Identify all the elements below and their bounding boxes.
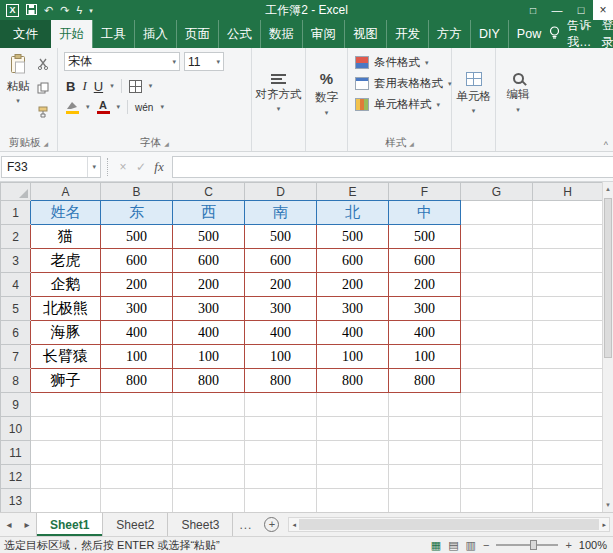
cell-F3[interactable]: 600 bbox=[389, 249, 461, 273]
cell-E2[interactable]: 500 bbox=[317, 225, 389, 249]
cell-B12[interactable] bbox=[101, 465, 173, 489]
style-button-0[interactable]: 条件格式▾ bbox=[350, 52, 449, 73]
cell-E4[interactable]: 200 bbox=[317, 273, 389, 297]
cell-E11[interactable] bbox=[317, 441, 389, 465]
cell-D7[interactable]: 100 bbox=[245, 345, 317, 369]
view-page-break-icon[interactable]: ▥ bbox=[466, 539, 476, 552]
cell-B4[interactable]: 200 bbox=[101, 273, 173, 297]
cell-C2[interactable]: 500 bbox=[173, 225, 245, 249]
undo-icon[interactable]: ↶ bbox=[44, 5, 53, 16]
lightning-icon[interactable]: ϟ bbox=[76, 5, 82, 16]
cell-D1[interactable]: 南 bbox=[245, 201, 317, 225]
cell-D4[interactable]: 200 bbox=[245, 273, 317, 297]
cell-G1[interactable] bbox=[461, 201, 533, 225]
scroll-down-icon[interactable]: ▼ bbox=[603, 498, 613, 512]
tab-页面[interactable]: 页面 bbox=[176, 20, 218, 48]
cell-B6[interactable]: 400 bbox=[101, 321, 173, 345]
tab-方方[interactable]: 方方 bbox=[428, 20, 470, 48]
column-header-A[interactable]: A bbox=[31, 183, 101, 201]
close-button[interactable]: × bbox=[593, 0, 613, 20]
font-dialog-launcher-icon[interactable]: ◢ bbox=[164, 140, 169, 147]
cell-C8[interactable]: 800 bbox=[173, 369, 245, 393]
cell-G3[interactable] bbox=[461, 249, 533, 273]
style-button-2[interactable]: 单元格样式▾ bbox=[350, 94, 449, 115]
cell-A3[interactable]: 老虎 bbox=[31, 249, 101, 273]
column-header-B[interactable]: B bbox=[101, 183, 173, 201]
cell-B1[interactable]: 东 bbox=[101, 201, 173, 225]
cell-B7[interactable]: 100 bbox=[101, 345, 173, 369]
zoom-slider[interactable] bbox=[496, 540, 558, 550]
fill-color-dropdown-icon[interactable]: ▾ bbox=[86, 103, 90, 111]
cell-E3[interactable]: 600 bbox=[317, 249, 389, 273]
cell-F1[interactable]: 中 bbox=[389, 201, 461, 225]
cell-H2[interactable] bbox=[533, 225, 603, 249]
cell-A4[interactable]: 企鹅 bbox=[31, 273, 101, 297]
borders-icon[interactable] bbox=[129, 80, 142, 93]
tab-视图[interactable]: 视图 bbox=[344, 20, 386, 48]
sheet-tab-Sheet3[interactable]: Sheet3 bbox=[168, 513, 233, 536]
row-header-10[interactable]: 10 bbox=[1, 417, 31, 441]
cell-F10[interactable] bbox=[389, 417, 461, 441]
paste-button[interactable]: 粘贴 ▾ bbox=[2, 52, 34, 135]
zoom-out-button[interactable]: − bbox=[483, 539, 489, 551]
cell-B2[interactable]: 500 bbox=[101, 225, 173, 249]
cell-A1[interactable]: 姓名 bbox=[31, 201, 101, 225]
tab-Pow[interactable]: Pow bbox=[508, 20, 549, 48]
cell-G9[interactable] bbox=[461, 393, 533, 417]
cell-G2[interactable] bbox=[461, 225, 533, 249]
name-box[interactable]: F33 ▾ bbox=[1, 156, 101, 178]
cell-H3[interactable] bbox=[533, 249, 603, 273]
select-all-corner[interactable] bbox=[1, 183, 31, 201]
tab-DIY[interactable]: DIY bbox=[470, 20, 508, 48]
italic-button[interactable]: I bbox=[82, 78, 86, 94]
view-page-layout-icon[interactable]: ▤ bbox=[448, 539, 458, 552]
cell-A11[interactable] bbox=[31, 441, 101, 465]
tell-me-box[interactable]: 告诉我… bbox=[567, 17, 595, 51]
paste-dropdown-icon[interactable]: ▾ bbox=[16, 97, 20, 105]
cell-F12[interactable] bbox=[389, 465, 461, 489]
cell-H9[interactable] bbox=[533, 393, 603, 417]
sheet-tab-Sheet2[interactable]: Sheet2 bbox=[103, 513, 168, 536]
cell-C11[interactable] bbox=[173, 441, 245, 465]
sheet-prev-icon[interactable]: ◂ bbox=[0, 513, 18, 536]
cell-A8[interactable]: 狮子 bbox=[31, 369, 101, 393]
cell-B11[interactable] bbox=[101, 441, 173, 465]
horizontal-scrollbar[interactable]: ◂ ▸ bbox=[288, 517, 610, 532]
cell-H5[interactable] bbox=[533, 297, 603, 321]
row-header-3[interactable]: 3 bbox=[1, 249, 31, 273]
format-painter-icon[interactable] bbox=[37, 104, 49, 122]
cell-F9[interactable] bbox=[389, 393, 461, 417]
cell-B8[interactable]: 800 bbox=[101, 369, 173, 393]
cell-F13[interactable] bbox=[389, 489, 461, 513]
styles-dialog-launcher-icon[interactable]: ◢ bbox=[409, 140, 414, 147]
cell-E10[interactable] bbox=[317, 417, 389, 441]
column-header-D[interactable]: D bbox=[245, 183, 317, 201]
cell-H13[interactable] bbox=[533, 489, 603, 513]
row-header-2[interactable]: 2 bbox=[1, 225, 31, 249]
cell-A2[interactable]: 猫 bbox=[31, 225, 101, 249]
confirm-icon[interactable]: ✓ bbox=[132, 160, 150, 174]
row-header-4[interactable]: 4 bbox=[1, 273, 31, 297]
hscroll-right-icon[interactable]: ▸ bbox=[599, 521, 609, 529]
cell-E6[interactable]: 400 bbox=[317, 321, 389, 345]
cell-C10[interactable] bbox=[173, 417, 245, 441]
tab-审阅[interactable]: 审阅 bbox=[302, 20, 344, 48]
zoom-slider-thumb[interactable] bbox=[530, 540, 537, 550]
style-button-1[interactable]: 套用表格格式▾ bbox=[350, 73, 449, 94]
font-color-button[interactable]: A bbox=[97, 100, 110, 114]
tab-file[interactable]: 文件 bbox=[0, 20, 51, 48]
cell-G12[interactable] bbox=[461, 465, 533, 489]
tab-工具[interactable]: 工具 bbox=[92, 20, 134, 48]
scroll-up-icon[interactable]: ▲ bbox=[603, 182, 613, 196]
row-header-12[interactable]: 12 bbox=[1, 465, 31, 489]
tab-插入[interactable]: 插入 bbox=[134, 20, 176, 48]
cell-F11[interactable] bbox=[389, 441, 461, 465]
cell-H11[interactable] bbox=[533, 441, 603, 465]
save-icon[interactable] bbox=[26, 4, 37, 17]
row-header-5[interactable]: 5 bbox=[1, 297, 31, 321]
maximize-button[interactable]: □ bbox=[569, 0, 593, 20]
cell-F8[interactable]: 800 bbox=[389, 369, 461, 393]
row-header-6[interactable]: 6 bbox=[1, 321, 31, 345]
number-button[interactable]: % 数字 ▾ bbox=[308, 52, 345, 135]
cell-A13[interactable] bbox=[31, 489, 101, 513]
